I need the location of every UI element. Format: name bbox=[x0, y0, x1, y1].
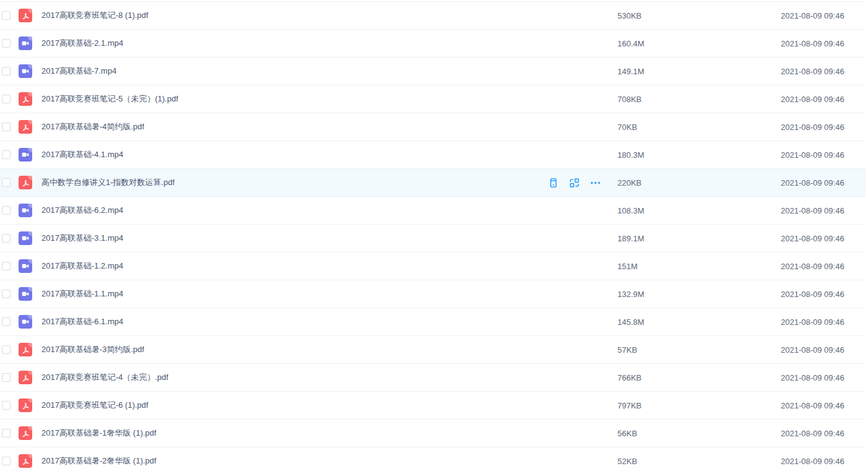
row-checkbox[interactable] bbox=[2, 262, 11, 270]
file-row[interactable]: 2017高联基础-3.1.mp4 bbox=[0, 225, 866, 252]
row-checkbox[interactable] bbox=[2, 206, 11, 215]
file-size: 189.1M bbox=[617, 225, 644, 252]
file-modified-date: 2021-08-09 09:46 bbox=[781, 141, 844, 169]
file-type-icon bbox=[19, 231, 32, 245]
file-type-icon bbox=[19, 426, 32, 440]
file-size: 70KB bbox=[617, 113, 637, 141]
row-checkbox[interactable] bbox=[2, 290, 11, 298]
file-size: 766KB bbox=[617, 364, 642, 392]
row-checkbox[interactable] bbox=[2, 39, 11, 48]
pdf-file-icon bbox=[21, 429, 30, 438]
file-modified-date: 2021-08-09 09:46 bbox=[781, 197, 844, 225]
send-to-phone-icon[interactable] bbox=[547, 177, 559, 189]
file-list: 2017高联竞赛班笔记-8 (1).pdf bbox=[0, 1, 866, 474]
row-checkbox[interactable] bbox=[2, 429, 11, 437]
video-file-icon bbox=[20, 66, 30, 76]
file-type-icon bbox=[19, 64, 32, 78]
file-row[interactable]: 2017高联竞赛班笔记-5（未完）(1).pdf bbox=[0, 85, 866, 113]
file-row[interactable]: 2017高联竞赛班笔记-8 (1).pdf bbox=[0, 2, 866, 30]
pdf-file-icon bbox=[21, 95, 30, 104]
file-name-link[interactable]: 高中数学自修讲义1-指数对数运算.pdf bbox=[41, 177, 174, 188]
file-row[interactable]: 2017高联基础-2.1.mp4 bbox=[0, 30, 866, 58]
file-name-link[interactable]: 2017高联基础-3.1.mp4 bbox=[41, 233, 123, 244]
pdf-file-icon bbox=[21, 457, 30, 466]
row-checkbox[interactable] bbox=[2, 67, 11, 75]
file-size: 797KB bbox=[617, 392, 642, 420]
video-file-icon bbox=[20, 150, 30, 160]
file-name-link[interactable]: 2017高联基础-1.2.mp4 bbox=[41, 261, 123, 272]
file-modified-date: 2021-08-09 09:46 bbox=[781, 392, 844, 420]
file-type-icon bbox=[19, 315, 32, 329]
file-type-icon bbox=[19, 371, 32, 384]
file-size: 220KB bbox=[617, 169, 642, 197]
file-name-link[interactable]: 2017高联基础暑-4简约版.pdf bbox=[41, 121, 144, 132]
file-name-link[interactable]: 2017高联竞赛班笔记-8 (1).pdf bbox=[41, 10, 148, 21]
row-checkbox[interactable] bbox=[2, 457, 11, 465]
row-checkbox[interactable] bbox=[2, 178, 11, 187]
file-name-link[interactable]: 2017高联基础-6.1.mp4 bbox=[41, 316, 123, 327]
pdf-file-icon bbox=[21, 401, 30, 410]
file-name-link[interactable]: 2017高联基础-2.1.mp4 bbox=[41, 38, 123, 49]
file-row[interactable]: 2017高联基础暑-1奢华版 (1).pdf bbox=[0, 420, 866, 447]
file-row[interactable]: 2017高联基础暑-4简约版.pdf bbox=[0, 113, 866, 141]
file-row[interactable]: 2017高联基础-7.mp4 bbox=[0, 58, 866, 85]
file-size: 180.3M bbox=[617, 141, 644, 169]
file-modified-date: 2021-08-09 09:46 bbox=[781, 447, 844, 474]
video-file-icon bbox=[20, 317, 30, 327]
file-name-link[interactable]: 2017高联基础暑-2奢华版 (1).pdf bbox=[41, 455, 157, 467]
file-row[interactable]: 2017高联竞赛班笔记-6 (1).pdf bbox=[0, 392, 866, 420]
more-icon[interactable] bbox=[589, 177, 601, 189]
file-name-link[interactable]: 2017高联基础-6.2.mp4 bbox=[41, 205, 123, 216]
file-type-icon bbox=[19, 287, 32, 301]
file-type-icon bbox=[19, 259, 32, 273]
file-name-link[interactable]: 2017高联竞赛班笔记-5（未完）(1).pdf bbox=[41, 93, 178, 105]
file-row[interactable]: 2017高联基础-6.2.mp4 bbox=[0, 197, 866, 225]
file-row[interactable]: 2017高联基础暑-3简约版.pdf bbox=[0, 336, 866, 364]
video-file-icon bbox=[20, 233, 30, 243]
file-modified-date: 2021-08-09 09:46 bbox=[781, 58, 844, 85]
share-icon[interactable] bbox=[568, 177, 580, 189]
file-name-link[interactable]: 2017高联基础暑-3简约版.pdf bbox=[41, 344, 144, 355]
file-modified-date: 2021-08-09 09:46 bbox=[781, 30, 844, 58]
row-checkbox[interactable] bbox=[2, 11, 11, 20]
row-checkbox[interactable] bbox=[2, 95, 11, 103]
row-checkbox[interactable] bbox=[2, 373, 11, 382]
file-type-icon bbox=[19, 148, 32, 162]
row-checkbox[interactable] bbox=[2, 123, 11, 131]
file-name-link[interactable]: 2017高联基础-7.mp4 bbox=[41, 66, 116, 77]
row-hover-actions bbox=[547, 169, 601, 197]
file-row[interactable]: 2017高联竞赛班笔记-4（未完）.pdf bbox=[0, 364, 866, 392]
file-row[interactable]: 高中数学自修讲义1-指数对数运算.pdf bbox=[0, 169, 866, 197]
file-modified-date: 2021-08-09 09:46 bbox=[781, 85, 844, 113]
file-row[interactable]: 2017高联基础-6.1.mp4 bbox=[0, 308, 866, 336]
row-checkbox[interactable] bbox=[2, 234, 11, 243]
video-file-icon bbox=[20, 205, 30, 215]
file-name-link[interactable]: 2017高联竞赛班笔记-4（未完）.pdf bbox=[41, 372, 168, 383]
file-name-link[interactable]: 2017高联竞赛班笔记-6 (1).pdf bbox=[41, 400, 148, 411]
video-file-icon bbox=[20, 289, 30, 299]
file-modified-date: 2021-08-09 09:46 bbox=[781, 280, 844, 308]
file-type-icon bbox=[19, 454, 32, 468]
row-checkbox[interactable] bbox=[2, 345, 11, 354]
file-modified-date: 2021-08-09 09:46 bbox=[781, 336, 844, 364]
file-name-link[interactable]: 2017高联基础-4.1.mp4 bbox=[41, 149, 123, 160]
file-name-link[interactable]: 2017高联基础暑-1奢华版 (1).pdf bbox=[41, 428, 157, 439]
file-modified-date: 2021-08-09 09:46 bbox=[781, 2, 844, 30]
file-size: 108.3M bbox=[617, 197, 644, 225]
file-name-link[interactable]: 2017高联基础-1.1.mp4 bbox=[41, 288, 123, 299]
video-file-icon bbox=[20, 261, 30, 271]
file-size: 132.9M bbox=[617, 280, 644, 308]
file-modified-date: 2021-08-09 09:46 bbox=[781, 420, 844, 447]
file-size: 56KB bbox=[617, 420, 637, 447]
file-row[interactable]: 2017高联基础暑-2奢华版 (1).pdf bbox=[0, 447, 866, 474]
row-checkbox[interactable] bbox=[2, 401, 11, 410]
file-row[interactable]: 2017高联基础-1.2.mp4 bbox=[0, 252, 866, 280]
row-checkbox[interactable] bbox=[2, 317, 11, 326]
file-row[interactable]: 2017高联基础-4.1.mp4 bbox=[0, 141, 866, 169]
file-type-icon bbox=[19, 343, 32, 356]
file-size: 145.8M bbox=[617, 308, 644, 336]
pdf-file-icon bbox=[21, 345, 30, 355]
row-checkbox[interactable] bbox=[2, 150, 11, 159]
file-row[interactable]: 2017高联基础-1.1.mp4 bbox=[0, 280, 866, 308]
file-type-icon bbox=[19, 92, 32, 106]
